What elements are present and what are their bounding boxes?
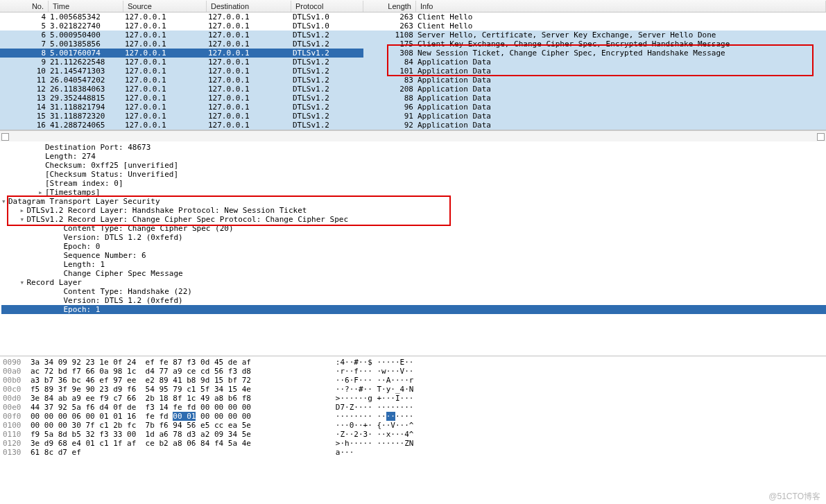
col-time[interactable]: Time — [49, 1, 123, 12]
detail-line[interactable]: ▾DTLSv1.2 Record Layer: Change Cipher Sp… — [1, 215, 826, 224]
hex-row[interactable]: 00903a 34 09 92 23 1e 0f 24 ef fe 87 f3 … — [3, 358, 823, 367]
detail-line[interactable]: Epoch: 0 — [1, 242, 826, 251]
hex-row[interactable]: 00f000 00 00 06 00 01 01 16 fe fd 00 01 … — [3, 412, 823, 421]
detail-line[interactable]: ▸[Timestamps] — [1, 188, 826, 197]
detail-line[interactable]: [Checksum Status: Unverified] — [1, 170, 826, 179]
packet-row[interactable]: 75.001385856127.0.0.1127.0.0.1DTLSv1.217… — [0, 40, 826, 49]
detail-line[interactable]: Version: DTLS 1.2 (0xfefd) — [1, 296, 826, 305]
hex-row[interactable]: 013061 8c d7 ef a··· — [3, 448, 823, 457]
hex-row[interactable]: 00b0a3 b7 36 bc 46 ef 97 ee e2 89 41 b8 … — [3, 376, 823, 385]
packet-row[interactable]: 1126.040547202127.0.0.1127.0.0.1DTLSv1.2… — [0, 76, 826, 85]
horizontal-scrollbar[interactable] — [0, 130, 826, 141]
hex-row[interactable]: 00e044 37 92 5a f6 d4 0f de f3 14 fe fd … — [3, 403, 823, 412]
detail-line[interactable]: ▾Datagram Transport Layer Security — [1, 197, 826, 206]
detail-line[interactable]: Length: 274 — [1, 152, 826, 161]
detail-line[interactable]: Content Type: Change Cipher Spec (20) — [1, 224, 826, 233]
packet-list-pane: No. Time Source Destination Protocol Len… — [0, 0, 826, 141]
detail-line[interactable]: ▸DTLSv1.2 Record Layer: Handshake Protoc… — [1, 206, 826, 215]
packet-row[interactable]: 1431.118821794127.0.0.1127.0.0.1DTLSv1.2… — [0, 103, 826, 112]
detail-line[interactable]: Length: 1 — [1, 260, 826, 269]
hex-row[interactable]: 00a0ac 72 bd f7 66 0a 98 1c d4 77 a9 ce … — [3, 367, 823, 376]
packet-list-header[interactable]: No. Time Source Destination Protocol Len… — [0, 0, 826, 12]
col-no[interactable]: No. — [0, 1, 49, 12]
hex-row[interactable]: 010000 00 00 30 7f c1 2b fc 7b f6 94 56 … — [3, 421, 823, 430]
col-length[interactable]: Length — [363, 1, 416, 12]
watermark: @51CTO博客 — [768, 492, 820, 501]
hex-row[interactable]: 00c0f5 89 3f 9e 90 23 d9 f6 54 95 79 c1 … — [3, 385, 823, 394]
packet-details-pane[interactable]: Destination Port: 48673 Length: 274 Chec… — [0, 141, 826, 356]
detail-line[interactable]: Epoch: 1 — [1, 305, 826, 314]
col-info[interactable]: Info — [416, 1, 826, 12]
packet-list[interactable]: No. Time Source Destination Protocol Len… — [0, 0, 826, 130]
detail-line[interactable]: Sequence Number: 6 — [1, 251, 826, 260]
packet-row[interactable]: 1329.352448815127.0.0.1127.0.0.1DTLSv1.2… — [0, 94, 826, 103]
hex-row[interactable]: 0110f9 5a 8d b5 32 f3 33 00 1d a6 78 d3 … — [3, 430, 823, 439]
packet-row[interactable]: 1021.145471303127.0.0.1127.0.0.1DTLSv1.2… — [0, 67, 826, 76]
packet-row[interactable]: 65.000950400127.0.0.1127.0.0.1DTLSv1.211… — [0, 31, 826, 40]
hex-row[interactable]: 01203e d9 68 e4 01 c1 1f af ce b2 a8 06 … — [3, 439, 823, 448]
detail-line[interactable]: Content Type: Handshake (22) — [1, 287, 826, 296]
detail-line[interactable]: Change Cipher Spec Message — [1, 269, 826, 278]
col-protocol[interactable]: Protocol — [291, 1, 363, 12]
packet-row[interactable]: 1531.118872320127.0.0.1127.0.0.1DTLSv1.2… — [0, 112, 826, 121]
detail-line[interactable]: Destination Port: 48673 — [1, 143, 826, 152]
packet-row[interactable]: 921.112622548127.0.0.1127.0.0.1DTLSv1.28… — [0, 58, 826, 67]
packet-row[interactable]: 41.005685342127.0.0.1127.0.0.1DTLSv1.026… — [0, 12, 826, 21]
packet-bytes-pane[interactable]: 00903a 34 09 92 23 1e 0f 24 ef fe 87 f3 … — [0, 356, 826, 504]
packet-row[interactable]: 53.021822740127.0.0.1127.0.0.1DTLSv1.026… — [0, 21, 826, 31]
col-destination[interactable]: Destination — [207, 1, 291, 12]
detail-line[interactable]: ▾Record Layer — [1, 278, 826, 287]
col-source[interactable]: Source — [123, 1, 207, 12]
packet-row[interactable]: 85.001760074127.0.0.1127.0.0.1DTLSv1.230… — [0, 49, 826, 58]
detail-line[interactable]: Version: DTLS 1.2 (0xfefd) — [1, 233, 826, 242]
packet-row[interactable]: 1641.288724065127.0.0.1127.0.0.1DTLSv1.2… — [0, 121, 826, 130]
hex-row[interactable]: 00d03e 84 ab a9 ee f9 c7 66 2b 18 8f 1c … — [3, 394, 823, 403]
packet-row[interactable]: 1226.118384063127.0.0.1127.0.0.1DTLSv1.2… — [0, 85, 826, 94]
detail-line[interactable]: Checksum: 0xff25 [unverified] — [1, 161, 826, 170]
detail-line[interactable]: [Stream index: 0] — [1, 179, 826, 188]
packet-rows[interactable]: 41.005685342127.0.0.1127.0.0.1DTLSv1.026… — [0, 12, 826, 130]
